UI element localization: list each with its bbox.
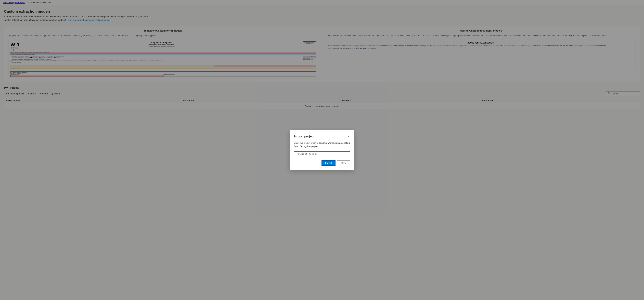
modal-overlay[interactable]: Import project × Enter the project token… (0, 0, 644, 300)
modal-header: Import project × (294, 134, 350, 139)
modal-footer: Import Close (294, 160, 350, 166)
modal-description: Enter the project token to continue work… (294, 141, 350, 148)
import-project-modal: Import project × Enter the project token… (290, 130, 354, 170)
project-token-input[interactable] (294, 151, 350, 157)
modal-title: Import project (294, 135, 314, 138)
import-confirm-button[interactable]: Import (322, 160, 336, 166)
modal-close-button[interactable]: × (347, 134, 350, 139)
close-button[interactable]: Close (337, 160, 350, 166)
